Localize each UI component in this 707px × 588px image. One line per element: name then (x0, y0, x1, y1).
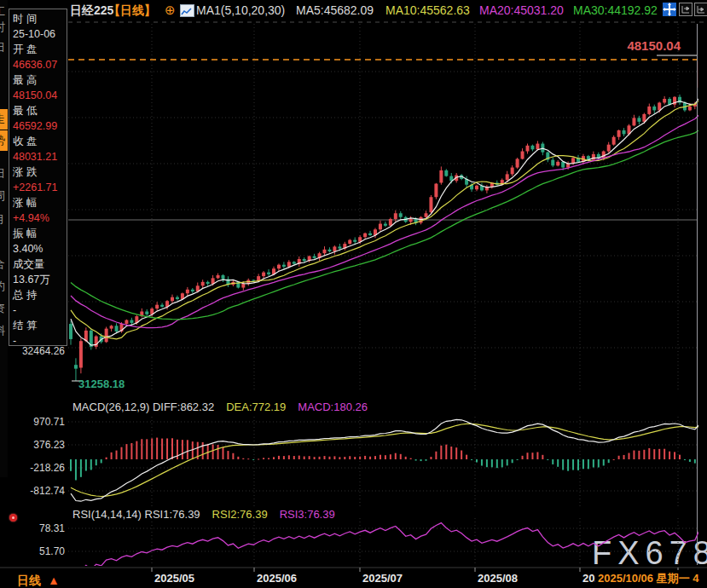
macd-header: MACD(26,12,9) DIFF:862.32DEA:772.19MACD:… (72, 401, 380, 413)
quote-row: - (13, 303, 67, 318)
quote-row: 48150.04 (13, 88, 67, 103)
period-selector[interactable]: 日线▲ (17, 574, 60, 588)
quote-row: 3.40% (13, 241, 67, 257)
quote-row: 13.67万 (13, 272, 67, 287)
quote-row: 收 盘 (13, 134, 67, 149)
rsi3-value: RSI3:76.39 (280, 508, 335, 521)
macd-macd-value: MACD:180.26 (298, 401, 368, 413)
x-axis-label: 2025/06 (257, 572, 297, 585)
quote-row: +2261.71 (13, 180, 67, 195)
left-strip-item[interactable]: 资 (0, 298, 8, 319)
macd-dea-value: DEA:772.19 (226, 401, 286, 413)
quote-row: 开 盘 (13, 42, 67, 57)
quote-row: 最 低 (13, 103, 67, 118)
quote-row: 涨 跌 (13, 164, 67, 180)
alert-dot-icon (9, 514, 17, 522)
left-strip-item[interactable]: 日 (0, 164, 8, 184)
x-axis-label: 2025/07 (362, 572, 403, 585)
quote-row: 48031.21 (13, 149, 67, 164)
crosshair-move-icon[interactable] (663, 3, 676, 16)
left-strip-item[interactable]: 月 (0, 210, 8, 230)
x-axis-label: 2025/08 (478, 572, 518, 585)
add-indicator-icon[interactable]: ⊕ (165, 3, 176, 18)
macd-diff-value: MACD(26,12,9) DIFF:862.32 (72, 401, 214, 413)
quote-row: +4.94% (13, 210, 67, 226)
period-tag[interactable]: 【日线】 (108, 3, 156, 19)
quote-row: 成交量 (13, 257, 67, 272)
quote-row: 46636.07 (13, 57, 67, 72)
ma20-value: MA20:45031.20 (479, 3, 564, 17)
left-strip-item[interactable]: 周 (0, 186, 8, 206)
chart-style-icon[interactable] (180, 4, 194, 17)
quote-row: 总 持 (13, 287, 67, 303)
left-strip-item[interactable]: 合 (0, 254, 8, 274)
trading-terminal: { "top_bar": { "symbol": "日经225", "perio… (0, 0, 707, 588)
quote-row: 25-10-06 (13, 26, 67, 42)
y-axis-tick: 376.23 (0, 439, 65, 451)
pan-left-icon[interactable] (679, 3, 693, 16)
quote-row: 振 幅 (13, 226, 67, 241)
rsi1-value: RSI(14,14,14) RSI1:76.39 (72, 508, 200, 521)
y-axis-tick: 51.70 (0, 545, 65, 557)
left-tab-strip[interactable]: 工时日走势日周月合约资料 (0, 0, 8, 477)
period-label[interactable]: 日线 (17, 574, 41, 587)
ma10-value: MA10:45562.63 (385, 3, 470, 17)
left-strip-item[interactable]: 时 (0, 17, 8, 37)
quote-row: 涨 幅 (13, 195, 67, 210)
left-strip-item[interactable]: 约 (0, 276, 8, 297)
x-axis-label: 2025/05 (154, 572, 194, 585)
quote-row: 46592.99 (13, 118, 67, 134)
top-bar: 日经225 【日线】 ⊕ MA1(5,10,20,30) MA5:45682.0… (0, 0, 707, 21)
ma30-value: MA30:44192.92 (573, 3, 658, 17)
date-tooltip: 2025/10/06 星期一 4 (595, 570, 707, 586)
ma5-value: MA5:45682.09 (296, 3, 374, 17)
ma-settings-label: MA1(5,10,20,30) (196, 3, 285, 17)
y-axis-tick: 78.31 (0, 522, 65, 534)
left-strip-item[interactable]: 日 (0, 37, 8, 58)
y-axis-tick: -218.26 (0, 462, 65, 474)
quote-row: 结 算 (13, 318, 67, 333)
chart-canvas[interactable] (0, 0, 707, 588)
period-high-label: 48150.04 (627, 38, 681, 53)
quote-row: 最 高 (13, 72, 67, 88)
left-strip-item[interactable]: 料 (0, 320, 8, 341)
quote-panel: 时 间25-10-06开 盘46636.07最 高48150.04最 低4659… (9, 9, 67, 346)
rsi-header: RSI(14,14,14) RSI1:76.39RSI2:76.39RSI3:7… (72, 508, 347, 521)
rsi2-value: RSI2:76.39 (212, 508, 268, 521)
period-low-label: 31258.18 (78, 378, 125, 390)
y-axis-tick: -812.74 (0, 485, 65, 497)
pan-right-icon[interactable] (694, 3, 707, 16)
quote-row: - (13, 333, 67, 349)
symbol-title: 日经225 (70, 3, 113, 19)
period-up-arrow-icon[interactable]: ▲ (48, 574, 60, 587)
y-axis-tick: 970.71 (0, 416, 65, 428)
left-strip-item[interactable]: 势 (0, 130, 8, 151)
left-strip-item[interactable]: 走 (0, 109, 8, 130)
quote-row: 时 间 (13, 11, 67, 26)
